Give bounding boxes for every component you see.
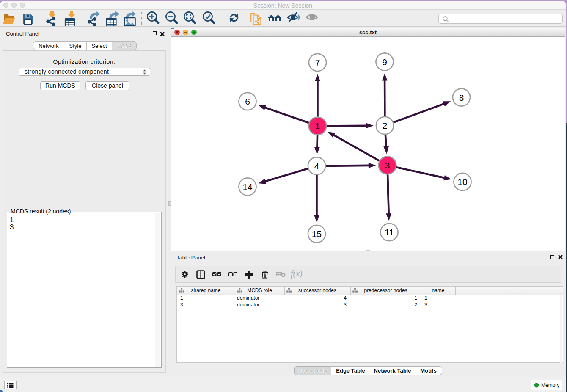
svg-text:1: 1 (315, 121, 320, 131)
svg-text:11: 11 (385, 227, 394, 237)
svg-text:4: 4 (314, 161, 319, 171)
svg-text:2: 2 (383, 121, 388, 130)
svg-text:14: 14 (242, 182, 253, 192)
svg-text:3: 3 (385, 160, 390, 170)
svg-text:10: 10 (457, 177, 467, 187)
svg-text:7: 7 (315, 58, 320, 67)
svg-text:9: 9 (382, 57, 387, 67)
svg-text:15: 15 (312, 229, 322, 239)
svg-text:6: 6 (245, 97, 250, 106)
svg-text:8: 8 (459, 93, 464, 102)
